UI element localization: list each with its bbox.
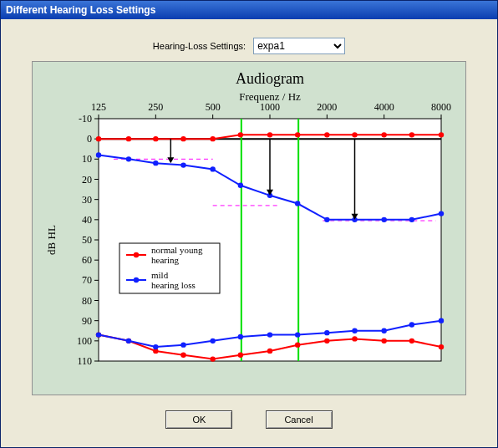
svg-point-88 [439,344,444,349]
svg-point-96 [295,332,300,337]
svg-point-63 [96,152,101,157]
svg-point-97 [324,330,329,335]
svg-point-71 [324,217,329,222]
svg-text:20: 20 [82,174,92,186]
svg-point-111 [134,277,139,283]
svg-text:125: 125 [91,101,106,113]
svg-point-98 [352,328,357,333]
svg-point-81 [238,353,243,358]
audiogram-chart: AudiogramFrequenz / HzdB HL1252505001000… [40,69,458,386]
svg-text:30: 30 [82,194,92,206]
svg-point-62 [439,132,444,137]
svg-point-57 [295,132,300,137]
svg-point-82 [267,349,272,354]
svg-point-68 [238,183,243,188]
svg-point-59 [352,132,357,137]
svg-point-84 [324,339,329,344]
svg-text:hearing loss: hearing loss [151,280,196,290]
hearing-loss-select[interactable]: expa1 [253,38,345,54]
svg-point-86 [381,339,386,344]
svg-text:2000: 2000 [317,101,337,113]
svg-point-101 [439,318,444,323]
svg-text:70: 70 [82,274,92,286]
svg-point-79 [180,353,185,358]
svg-point-83 [295,342,300,347]
svg-point-85 [352,336,357,341]
svg-point-56 [267,132,272,137]
ok-button[interactable]: OK [165,410,232,429]
svg-text:100: 100 [77,335,92,347]
svg-point-93 [210,339,215,344]
svg-point-91 [153,344,158,349]
titlebar: Different Hearing Loss Settings [1,1,497,19]
svg-point-73 [381,217,386,222]
svg-point-100 [409,322,414,327]
svg-text:-10: -10 [79,113,92,125]
svg-point-107 [134,252,139,257]
svg-text:40: 40 [82,214,92,226]
svg-point-52 [153,136,158,141]
svg-text:dB HL: dB HL [45,225,58,255]
svg-text:Audiogram: Audiogram [236,70,304,87]
svg-point-94 [238,334,243,339]
svg-point-99 [381,328,386,333]
svg-point-89 [96,332,101,337]
svg-point-64 [126,156,131,161]
svg-point-61 [409,132,414,137]
svg-point-92 [180,342,185,347]
client-area: Hearing-Loss Settings: expa1 AudiogramFr… [1,19,497,447]
svg-point-90 [126,339,131,344]
svg-point-67 [210,166,215,171]
svg-text:90: 90 [82,315,92,327]
window-title: Different Hearing Loss Settings [6,4,155,16]
svg-point-55 [238,132,243,137]
svg-text:80: 80 [82,295,92,307]
svg-text:0: 0 [87,133,92,145]
svg-text:60: 60 [82,254,92,266]
button-row: OK Cancel [11,395,487,429]
svg-point-58 [324,132,329,137]
svg-point-80 [210,356,215,361]
svg-text:500: 500 [206,101,221,113]
svg-text:normal young: normal young [151,245,203,255]
svg-point-53 [180,136,185,141]
svg-text:4000: 4000 [374,101,394,113]
svg-text:1000: 1000 [260,101,280,113]
svg-point-75 [439,211,444,216]
svg-text:mild: mild [151,270,169,280]
svg-point-95 [267,332,272,337]
settings-label: Hearing-Loss Settings: [153,41,246,51]
dialog-window: Different Hearing Loss Settings Hearing-… [0,0,498,448]
svg-text:8000: 8000 [431,101,451,113]
audiogram-panel: AudiogramFrequenz / HzdB HL1252505001000… [32,61,466,395]
svg-point-54 [210,136,215,141]
svg-point-60 [381,132,386,137]
svg-text:hearing: hearing [151,255,179,265]
svg-point-51 [126,136,131,141]
svg-text:110: 110 [77,355,92,367]
svg-text:250: 250 [148,101,163,113]
svg-point-66 [180,162,185,167]
settings-row: Hearing-Loss Settings: expa1 [11,29,487,61]
svg-point-70 [295,201,300,206]
svg-text:10: 10 [82,153,92,165]
svg-text:50: 50 [82,234,92,246]
svg-point-74 [409,217,414,222]
svg-point-87 [409,339,414,344]
cancel-button[interactable]: Cancel [266,410,333,429]
svg-point-65 [153,160,158,165]
svg-point-50 [96,136,101,141]
